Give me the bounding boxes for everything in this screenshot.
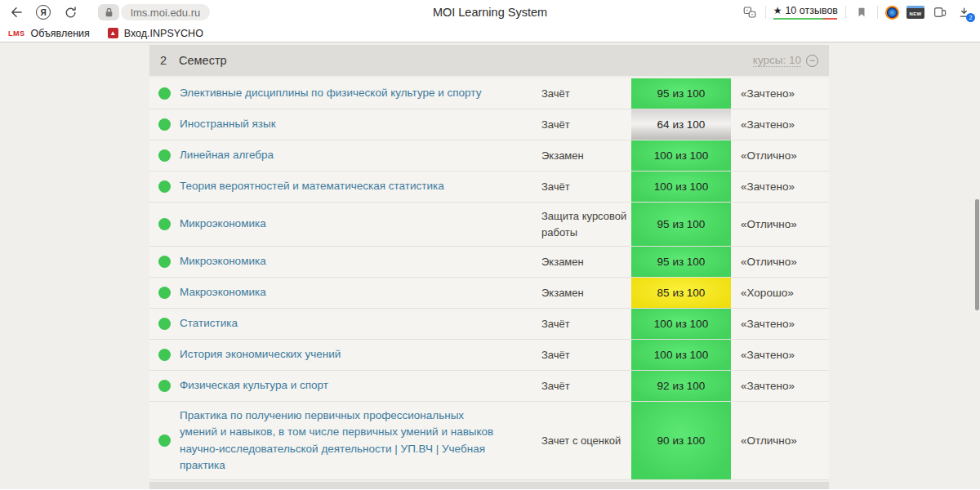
- grade-label: «Зачтено»: [731, 109, 829, 140]
- score-badge: 92 из 100: [631, 371, 731, 401]
- course-cell: История экономических учений: [180, 340, 541, 370]
- vertical-scrollbar[interactable]: [975, 199, 979, 310]
- status-cell: [149, 371, 180, 401]
- downloads-count-badge: 2: [966, 13, 975, 22]
- table-row: История экономических учений Зачёт 100 и…: [149, 340, 829, 371]
- reviews-rating-bar: [773, 18, 837, 20]
- semester-header-2: 2 Семестр курсы: 10 −: [149, 45, 829, 76]
- score-text: 100 из 100: [654, 180, 708, 193]
- course-link[interactable]: История экономических учений: [180, 346, 341, 363]
- status-cell: [149, 172, 180, 202]
- score-text: 100 из 100: [654, 149, 708, 162]
- course-link[interactable]: Статистика: [180, 315, 238, 332]
- status-cell: [149, 140, 180, 171]
- course-link[interactable]: Физическая культура и спорт: [180, 377, 328, 394]
- status-dot-icon: [158, 434, 171, 447]
- course-cell: Иностранный язык: [180, 109, 541, 140]
- course-cell: Теория вероятностей и математическая ста…: [180, 172, 541, 202]
- toolbar-divider: [765, 6, 766, 19]
- star-icon: ★: [773, 5, 782, 16]
- grade-label: «Отлично»: [731, 247, 829, 277]
- status-cell: [149, 309, 180, 339]
- score-badge: 95 из 100: [631, 78, 731, 109]
- semester-number: 2: [160, 54, 167, 67]
- course-link[interactable]: Элективные дисциплины по физической куль…: [180, 85, 481, 101]
- course-link[interactable]: Теория вероятностей и математическая ста…: [180, 178, 444, 194]
- table-row: Элективные дисциплины по физической куль…: [149, 78, 829, 109]
- table-row: Физическая культура и спорт Зачёт 92 из …: [149, 371, 829, 402]
- inpsycho-favicon: ▲: [108, 28, 118, 38]
- course-link[interactable]: Микроэкономика: [180, 216, 266, 232]
- side-panel-icon[interactable]: [932, 4, 948, 20]
- status-dot-icon: [158, 218, 171, 230]
- status-dot-icon: [158, 149, 171, 162]
- status-dot-icon: [158, 380, 171, 392]
- extension-new-icon[interactable]: NEW: [906, 6, 924, 19]
- table-row: Статистика Зачёт 100 из 100 «Зачтено»: [149, 309, 829, 340]
- status-cell: [149, 203, 180, 246]
- course-cell: Практика по получению первичных професси…: [180, 402, 541, 479]
- url-text[interactable]: lms.moi.edu.ru: [121, 4, 210, 20]
- grade-label: «Зачтено»: [731, 78, 829, 109]
- course-link[interactable]: Практика по получению первичных професси…: [180, 408, 501, 474]
- back-icon[interactable]: [8, 4, 24, 20]
- course-cell: Физическая культура и спорт: [180, 371, 541, 401]
- course-link[interactable]: Иностранный язык: [180, 116, 276, 132]
- status-cell: [149, 402, 180, 479]
- table-row: Иностранный язык Зачёт 64 из 100 «Зачтен…: [149, 109, 829, 140]
- collapse-icon[interactable]: −: [806, 55, 818, 67]
- control-type-label: Защита курсовой работы: [541, 203, 631, 246]
- control-type-label: Зачёт: [541, 371, 631, 401]
- status-dot-icon: [158, 118, 171, 131]
- reviews-count-label: 10 отзывов: [785, 5, 838, 16]
- score-text: 95 из 100: [657, 256, 706, 268]
- score-badge: 100 из 100: [631, 340, 731, 370]
- site-reviews-button[interactable]: ★ 10 отзывов: [773, 5, 838, 20]
- downloads-button[interactable]: 2: [956, 4, 972, 20]
- course-cell: Микроэкономика: [180, 203, 541, 246]
- control-type-label: Экзамен: [541, 278, 631, 308]
- course-link[interactable]: Макроэкономика: [180, 284, 266, 301]
- control-type-label: Зачёт: [541, 78, 631, 109]
- score-badge: 64 из 100: [631, 109, 731, 140]
- course-cell: Элективные дисциплины по физической куль…: [180, 78, 541, 109]
- lock-icon[interactable]: [98, 4, 119, 20]
- table-row: Линейная алгебра Экзамен 100 из 100 «Отл…: [149, 140, 829, 172]
- bookmark-item-announcements[interactable]: LMS Объявления: [8, 28, 90, 39]
- score-badge: 90 из 100: [631, 402, 731, 479]
- score-text: 90 из 100: [657, 434, 706, 447]
- course-cell: Линейная алгебра: [180, 140, 541, 171]
- control-type-label: Зачет с оценкой: [541, 402, 631, 479]
- table-row: Практика по получению первичных професси…: [149, 402, 829, 480]
- score-text: 64 из 100: [657, 118, 706, 131]
- control-type-label: Зачёт: [541, 340, 631, 370]
- courses-count-link[interactable]: курсы: 10: [753, 54, 801, 67]
- course-cell: Микроэкономика: [180, 247, 541, 277]
- table-row: Макроэкономика Экзамен 85 из 100 «Хорошо…: [149, 278, 829, 309]
- grades-table: 2 Семестр курсы: 10 − Элективные дисципл…: [149, 45, 829, 489]
- semester-header-3: 3 Семестр курсы: 10 +: [149, 482, 829, 489]
- refresh-icon[interactable]: [62, 4, 78, 20]
- score-text: 95 из 100: [657, 218, 706, 230]
- toolbar-divider: [877, 6, 878, 19]
- address-bar[interactable]: lms.moi.edu.ru: [98, 4, 210, 20]
- status-dot-icon: [158, 318, 171, 330]
- status-cell: [149, 340, 180, 370]
- bookmark-icon[interactable]: [853, 4, 870, 20]
- score-text: 100 из 100: [654, 318, 708, 330]
- course-link[interactable]: Линейная алгебра: [180, 147, 274, 163]
- course-link[interactable]: Микроэкономика: [180, 253, 266, 270]
- status-dot-icon: [158, 180, 171, 193]
- translate-icon[interactable]: [742, 4, 758, 20]
- grade-label: «Хорошо»: [731, 278, 829, 308]
- score-badge: 95 из 100: [631, 247, 731, 277]
- table-row: Микроэкономика Экзамен 95 из 100 «Отличн…: [149, 247, 829, 278]
- control-type-label: Зачёт: [541, 109, 631, 140]
- grade-label: «Зачтено»: [731, 371, 829, 401]
- grade-label: «Отлично»: [731, 203, 829, 246]
- yandex-browser-icon[interactable]: Я: [36, 5, 51, 20]
- grade-label: «Зачтено»: [731, 172, 829, 202]
- bookmark-item-inpsycho[interactable]: ▲ Вход.INPSYCHO: [108, 28, 203, 39]
- extension-browser-icon[interactable]: [885, 6, 899, 20]
- course-cell: Макроэкономика: [180, 278, 541, 308]
